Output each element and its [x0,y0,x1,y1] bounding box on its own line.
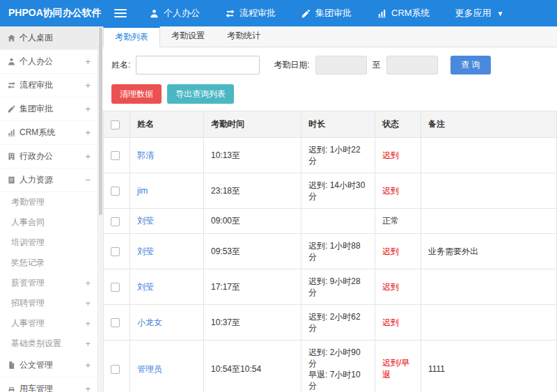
select-all-checkbox[interactable] [111,120,120,130]
sidebar-item-desktop[interactable]: 个人桌面 [0,26,97,50]
column-header-status: 状态 [375,111,421,138]
attendance-time: 17:17至 [204,269,301,305]
column-header-name: 姓名 [130,111,204,138]
sidebar-item-crm-system[interactable]: CRM系统+ [0,121,97,145]
note-cell: 业务需要外出 [421,234,557,269]
sidebar-item-document-mgmt[interactable]: 公文管理+ [0,354,97,377]
sidebar-item-label: CRM系统 [19,127,82,139]
attendance-time: 09:00至 [204,209,301,234]
nav-crm-system[interactable]: CRM系统 [377,7,430,19]
sidebar-item-label: 用车管理 [19,383,82,392]
expand-icon: + [82,360,91,370]
sidebar-subitem-salary-mgmt[interactable]: 薪资管理+ [0,273,97,293]
top-header: PHPOA协同办公软件 个人办公流程审批集团审批CRM系统更多应用▼ [0,0,557,26]
nav-label: CRM系统 [391,7,430,19]
chart-icon [7,128,19,137]
expand-icon: + [82,104,91,114]
sidebar-item-label: 集团审批 [19,103,82,115]
sidebar-subitem-attendance-mgmt[interactable]: 考勤管理 [0,192,97,212]
sidebar-subitem-training-mgmt[interactable]: 培训管理 [0,233,97,253]
employee-name-link[interactable]: 刘莹 [137,282,154,292]
nav-label: 流程审批 [240,7,276,19]
sidebar-scrollbar[interactable] [98,26,103,392]
sidebar-subitem-label: 薪资管理 [11,277,82,289]
sidebar-subitem-label: 招聘管理 [11,297,82,309]
scrollbar-thumb[interactable] [99,27,102,215]
nav-group-approval[interactable]: 集团审批 [301,7,352,19]
app-title: PHPOA协同办公软件 [0,7,104,19]
table-row: 郭清10:13至迟到: 1小时22分迟到 [104,138,557,173]
car-icon [7,384,19,392]
sidebar-subitem-personnel-mgmt[interactable]: 人事管理+ [0,313,97,334]
status-cell: 迟到 [375,173,421,209]
expand-icon: + [82,151,91,162]
employee-name-link[interactable]: 刘莹 [137,246,154,256]
sidebar-item-vehicle-mgmt[interactable]: 用车管理+ [0,377,97,392]
employee-name-link[interactable]: 管理员 [137,364,162,374]
tab-bar: 考勤列表考勤设置考勤统计 [103,26,557,47]
sidebar-item-group-approval[interactable]: 集团审批+ [0,97,97,121]
note-cell [421,269,557,305]
home-icon [7,33,19,42]
to-label: 至 [372,59,381,71]
building-icon [7,152,19,161]
main-content: 考勤列表考勤设置考勤统计 姓名: 考勤日期: 至 查 询 清理数据 导出查询列表… [103,26,557,392]
status-cell: 正常 [375,209,421,234]
employee-name-link[interactable]: jim [137,186,148,196]
flow-icon [225,8,235,19]
sidebar-subitem-recruit-mgmt[interactable]: 招聘管理+ [0,293,97,313]
employee-name-link[interactable]: 郭清 [137,150,154,160]
status-cell: 迟到 [375,305,421,340]
duration-cell: 迟到: 14小时30分 [301,173,375,209]
table-header-row: 姓名 考勤时间 时长 状态 备注 [104,111,557,138]
tab-attendance-settings[interactable]: 考勤设置 [160,26,216,47]
tab-attendance-stats[interactable]: 考勤统计 [216,26,272,47]
nav-label: 集团审批 [315,7,352,19]
sidebar-item-label: 流程审批 [19,79,82,91]
row-checkbox[interactable] [111,151,120,160]
note-cell [421,209,557,234]
table-row: 小龙女10:37至迟到: 2小时62分迟到 [104,305,557,340]
expand-icon: + [82,127,91,138]
column-header-duration: 时长 [301,111,375,138]
row-checkbox[interactable] [111,247,120,256]
table-row: 刘莹09:00至正常 [104,209,557,234]
row-checkbox[interactable] [111,318,120,327]
sidebar-item-admin-office[interactable]: 行政办公+ [0,145,97,168]
name-input[interactable] [136,56,260,75]
menu-toggle-icon[interactable] [104,9,136,17]
note-cell [421,173,557,209]
flow-icon [7,81,19,90]
duration-cell: 迟到: 1小时88分 [301,234,375,269]
sidebar-subitem-label: 人事合同 [11,217,82,228]
sidebar-item-hr[interactable]: 人力资源− [0,168,97,192]
note-cell: 1111 [421,340,557,392]
sidebar-subitem-base-category[interactable]: 基础类别设置+ [0,334,97,354]
sidebar-item-personal-office[interactable]: 个人办公+ [0,50,97,74]
status-cell: 迟到 [375,269,421,305]
sidebar-subitem-reward-record[interactable]: 奖惩记录 [0,253,97,273]
employee-name-link[interactable]: 刘莹 [137,216,154,226]
sidebar-subitem-label: 人事管理 [11,317,82,329]
row-checkbox[interactable] [111,187,120,196]
duration-cell: 迟到: 2小时62分 [301,305,375,340]
nav-personal-office[interactable]: 个人办公 [149,7,200,19]
sidebar-item-workflow-approval[interactable]: 流程审批+ [0,74,97,97]
search-button[interactable]: 查 询 [450,56,491,75]
row-checkbox[interactable] [111,217,120,226]
nav-more-apps[interactable]: 更多应用▼ [455,7,504,19]
sidebar-subitem-label: 培训管理 [11,237,82,249]
sidebar-item-label: 个人桌面 [19,32,82,44]
row-checkbox[interactable] [111,283,120,292]
nav-workflow-approval[interactable]: 流程审批 [225,7,276,19]
date-from-input[interactable] [315,56,367,75]
employee-name-link[interactable]: 小龙女 [137,317,162,327]
sidebar-subitem-label: 奖惩记录 [11,257,82,269]
export-list-button[interactable]: 导出查询列表 [167,84,234,104]
date-to-input[interactable] [386,56,438,75]
tab-attendance-list[interactable]: 考勤列表 [103,26,160,47]
clear-data-button[interactable]: 清理数据 [111,84,162,104]
duration-cell: 迟到: 9小时28分 [301,269,375,305]
row-checkbox[interactable] [111,365,120,374]
sidebar-subitem-hr-contract[interactable]: 人事合同 [0,212,97,233]
